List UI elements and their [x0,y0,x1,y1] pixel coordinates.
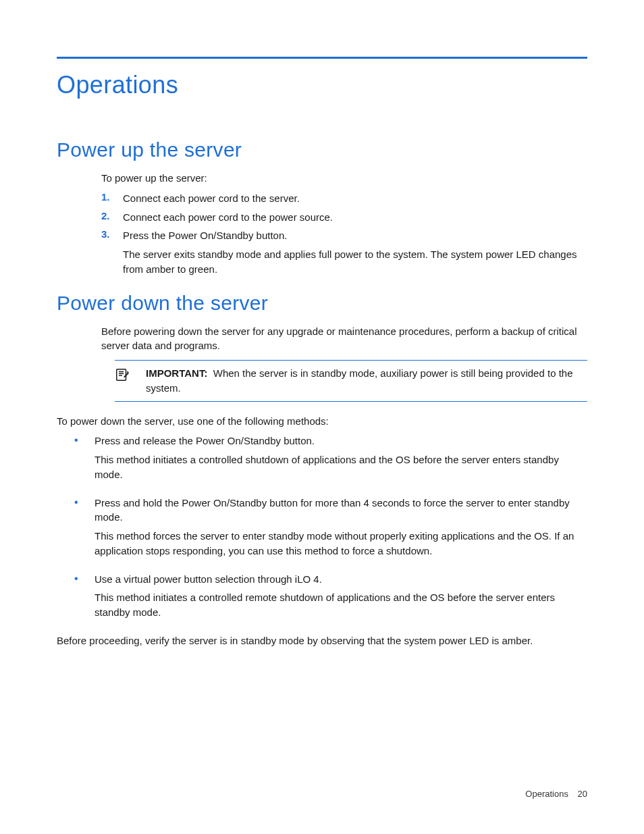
list-item: • Press and release the Power On/Standby… [74,434,587,486]
section-power-up-body: To power up the server: 1. Connect each … [101,171,587,277]
bullet-icon: • [74,572,82,624]
page-footer: Operations 20 [525,789,587,799]
list-item: • Use a virtual power button selection t… [74,572,587,624]
bullet-icon: • [74,496,82,563]
bullet-lead: Use a virtual power button selection thr… [95,572,587,587]
bullet-detail: This method initiates a controlled remot… [95,590,587,620]
power-down-intro: Before powering down the server for any … [101,324,587,354]
section-power-down-title: Power down the server [57,292,587,315]
bullet-lead: Press and hold the Power On/Standby butt… [95,496,587,525]
power-up-intro: To power up the server: [101,171,587,186]
list-item: 1. Connect each power cord to the server… [101,191,587,206]
section-power-down-body: Before powering down the server for any … [101,324,587,648]
step-number: 3. [101,228,113,276]
list-item: 3. Press the Power On/Standby button. Th… [101,228,587,276]
note-label: IMPORTANT: [146,367,207,379]
bullet-lead: Press and release the Power On/Standby b… [95,434,587,448]
important-note: IMPORTANT: When the server is in standby… [115,360,587,402]
step-text: Connect each power cord to the power sou… [123,210,587,225]
power-down-methods: • Press and release the Power On/Standby… [57,434,587,624]
chapter-title: Operations [57,71,587,99]
bullet-detail: This method forces the server to enter s… [95,529,587,558]
power-down-closing: Before proceeding, verify the server is … [57,633,587,648]
note-body: When the server is in standby mode, auxi… [146,367,573,394]
bullet-icon: • [74,434,82,486]
list-item: 2. Connect each power cord to the power … [101,210,587,225]
step-detail: The server exits standby mode and applie… [123,247,587,277]
footer-page-number: 20 [578,789,587,799]
step-text: Press the Power On/Standby button. The s… [123,228,587,276]
footer-section: Operations [525,789,568,799]
step-number: 2. [101,210,113,225]
top-rule [57,57,587,59]
section-power-up-title: Power up the server [57,138,587,161]
step-lead: Press the Power On/Standby button. [123,230,287,241]
bullet-detail: This method initiates a controlled shutd… [95,452,587,482]
step-number: 1. [101,191,113,206]
methods-intro: To power down the server, use one of the… [57,414,587,429]
svg-rect-0 [117,369,126,381]
page: Operations Power up the server To power … [0,0,644,834]
note-icon [115,366,131,396]
step-text: Connect each power cord to the server. [123,191,587,206]
power-up-steps: 1. Connect each power cord to the server… [101,191,587,277]
list-item: • Press and hold the Power On/Standby bu… [74,496,587,563]
note-text: IMPORTANT: When the server is in standby… [146,366,585,396]
